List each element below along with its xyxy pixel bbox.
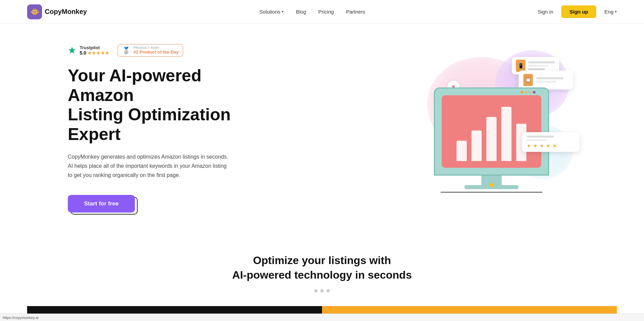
navbar: 🐵 CopyMonkey Solutions ▾ Blog Pricing Pa…	[0, 0, 644, 24]
status-bar: https://copymonkey.ai	[0, 314, 644, 321]
dot-purple	[533, 91, 536, 94]
nav-solutions[interactable]: Solutions ▾	[259, 9, 284, 15]
medal-icon: 🥈	[122, 46, 130, 55]
product-thumb-icon: 📱	[516, 60, 525, 72]
bar-chart	[442, 95, 541, 168]
hero-illustration: ♥ 📱 ⌚	[407, 50, 576, 206]
listing-thumb-icon: ⌚	[523, 74, 533, 86]
monitor-screen	[434, 87, 549, 176]
trustpilot-info: Trustpilot 5.0 ★★★★★	[80, 45, 109, 56]
dot-orange	[521, 91, 523, 94]
line-2	[528, 65, 548, 67]
bar-2	[471, 131, 482, 161]
monitor-stand-line	[441, 192, 542, 193]
chevron-down-icon: ▾	[615, 9, 617, 14]
card-lines	[528, 61, 555, 70]
language-selector[interactable]: Eng ▾	[604, 9, 617, 15]
bar-4	[501, 107, 511, 161]
dot-indicator-1[interactable]	[314, 289, 318, 293]
nav-partners[interactable]: Partners	[346, 9, 365, 15]
ph-label: Product Hunt	[133, 46, 179, 49]
nav-links: Solutions ▾ Blog Pricing Partners	[259, 9, 365, 15]
float-card-ratings: ★ ★ ★ ★ ★	[522, 132, 580, 152]
hero-description: CopyMonkey generates and optimizes Amazo…	[68, 152, 230, 180]
line-3	[528, 68, 545, 70]
line-a	[536, 77, 563, 79]
line-b	[536, 81, 557, 83]
hero-headline: Your AI-powered Amazon Listing Optimizat…	[68, 66, 258, 144]
dot-small-1	[525, 92, 527, 93]
trustpilot-star-icon: ★	[68, 45, 76, 56]
hero-content: ★ Trustpilot 5.0 ★★★★★ 🥈 Product Hunt #2…	[68, 44, 258, 213]
dot-small-2	[529, 92, 531, 93]
section-optimize: Optimize your listings with AI-powered t…	[0, 233, 644, 321]
dot-indicator-2[interactable]	[320, 289, 324, 293]
float-card-listing: ⌚	[519, 71, 573, 89]
line-1	[528, 61, 555, 63]
ph-badge-text: Product Hunt #2 Product of the Day	[133, 46, 179, 55]
rating-line-2	[527, 139, 547, 141]
monitor-dot	[489, 183, 494, 187]
hero-section: ★ Trustpilot 5.0 ★★★★★ 🥈 Product Hunt #2…	[0, 24, 644, 233]
rating-line-1	[527, 136, 554, 138]
bar-1	[457, 141, 467, 161]
monitor-neck	[481, 176, 502, 185]
signin-link[interactable]: Sign in	[538, 9, 553, 15]
trustpilot-badge: ★ Trustpilot 5.0 ★★★★★	[68, 45, 109, 56]
stars-row: ★★★★★	[87, 51, 109, 56]
rating-lines	[527, 136, 575, 141]
navbar-right: Sign in Sign up Eng ▾	[538, 5, 617, 18]
listing-card-lines	[536, 77, 563, 83]
product-hunt-badge: 🥈 Product Hunt #2 Product of the Day	[118, 44, 183, 57]
start-free-button[interactable]: Start for free	[68, 195, 135, 213]
cta-button-wrapper: Start for free	[68, 195, 135, 213]
signup-button[interactable]: Sign up	[561, 5, 596, 18]
nav-pricing[interactable]: Pricing	[318, 9, 334, 15]
logo-area[interactable]: 🐵 CopyMonkey	[27, 4, 87, 19]
logo-text: CopyMonkey	[45, 8, 87, 16]
section-2-title: Optimize your listings with AI-powered t…	[27, 253, 617, 282]
trustpilot-name: Trustpilot	[80, 45, 109, 50]
logo-icon: 🐵	[27, 4, 42, 19]
connector-dots	[521, 91, 536, 94]
nav-blog[interactable]: Blog	[296, 9, 306, 15]
trustpilot-rating: 5.0 ★★★★★	[80, 50, 109, 56]
dot-indicator-3[interactable]	[326, 289, 330, 293]
rating-stars: ★ ★ ★ ★ ★	[527, 143, 575, 148]
badges-row: ★ Trustpilot 5.0 ★★★★★ 🥈 Product Hunt #2…	[68, 44, 258, 57]
ph-rank: #2 Product of the Day	[133, 49, 179, 55]
bar-3	[486, 117, 497, 161]
status-url: https://copymonkey.ai	[3, 316, 39, 320]
chevron-down-icon: ▾	[282, 9, 284, 14]
